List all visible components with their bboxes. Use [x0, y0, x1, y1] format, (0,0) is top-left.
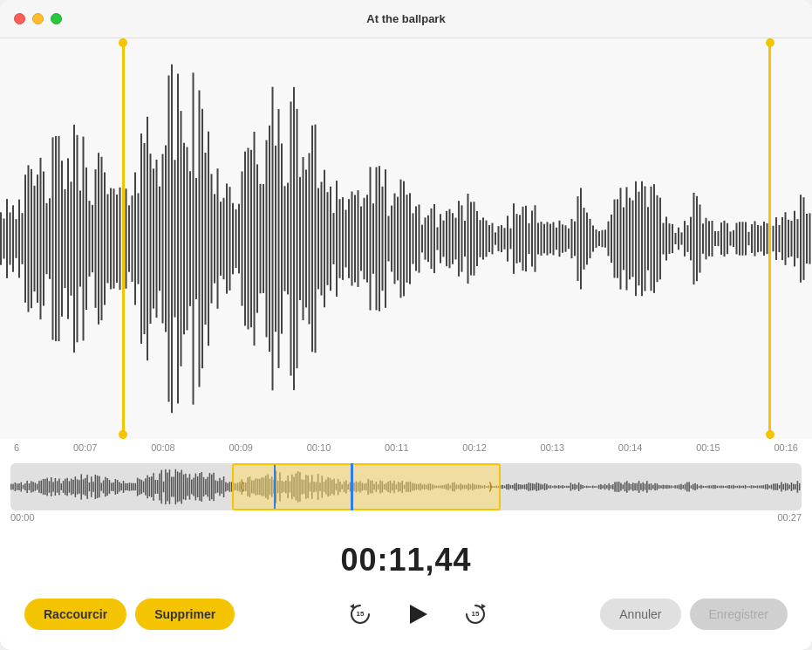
mini-waveform-container: ⟨ ⟩ 00:00 00:27: [0, 456, 812, 528]
save-button: Enregistrer: [690, 599, 788, 630]
timeline-label: 00:11: [385, 442, 409, 453]
main-content: 6 00:07 00:08 00:09 00:10 00:11 00:12 00…: [0, 38, 812, 650]
window-title: At the ballpark: [366, 12, 445, 25]
svg-text:15: 15: [471, 610, 479, 618]
mini-playhead-abs: [351, 463, 353, 510]
timeline-label: 00:10: [307, 442, 331, 453]
timeline-label: 00:16: [774, 442, 798, 453]
delete-button[interactable]: Supprimer: [135, 599, 235, 630]
main-waveform: [0, 38, 812, 439]
app-window: At the ballpark: [0, 0, 812, 650]
controls-bar: Raccourcir Supprimer 15: [0, 585, 812, 650]
controls-right: Annuler Enregistrer: [600, 599, 788, 630]
controls-left: Raccourcir Supprimer: [24, 599, 235, 630]
cancel-button[interactable]: Annuler: [600, 599, 680, 630]
mini-right-handle[interactable]: ⟩: [481, 465, 499, 509]
rewind-icon: 15: [347, 601, 373, 627]
mini-timeline-end: 00:27: [777, 512, 802, 523]
right-handle-bottom-dot: [766, 430, 774, 439]
play-button[interactable]: [399, 596, 436, 633]
timeline-label: 00:15: [696, 442, 720, 453]
mini-playhead: [274, 465, 276, 509]
maximize-button[interactable]: [51, 13, 62, 24]
mini-timeline-start: 00:00: [10, 512, 35, 523]
main-timeline: 6 00:07 00:08 00:09 00:10 00:11 00:12 00…: [0, 439, 812, 456]
timeline-label: 00:14: [618, 442, 643, 453]
minimize-button[interactable]: [32, 13, 44, 24]
left-trim-handle[interactable]: [122, 38, 125, 439]
dim-left: [0, 38, 122, 439]
timeline-label: 00:12: [462, 442, 487, 453]
titlebar: At the ballpark: [0, 0, 812, 38]
close-button[interactable]: [14, 13, 25, 24]
left-handle-bottom-dot: [119, 430, 127, 439]
svg-text:15: 15: [356, 610, 364, 618]
trim-button[interactable]: Raccourcir: [24, 599, 126, 630]
timeline-label: 00:08: [151, 442, 175, 453]
timeline-label: 00:09: [229, 442, 253, 453]
play-icon: [410, 605, 427, 624]
svg-marker-2: [350, 604, 354, 609]
left-handle-top-dot: [119, 38, 127, 47]
mini-timeline: 00:00 00:27: [10, 510, 802, 524]
timeline-label: 00:13: [541, 442, 565, 453]
mini-selection[interactable]: ⟨ ⟩: [232, 463, 501, 510]
right-handle-top-dot: [766, 38, 774, 47]
rewind-button[interactable]: 15: [342, 596, 379, 633]
forward-icon: 15: [462, 601, 488, 627]
svg-marker-4: [481, 604, 486, 609]
main-waveform-area[interactable]: [0, 38, 812, 439]
mini-left-handle[interactable]: ⟨: [234, 465, 251, 509]
controls-center: 15 15: [342, 596, 494, 633]
forward-button[interactable]: 15: [457, 596, 494, 633]
right-trim-handle[interactable]: [768, 38, 771, 439]
timeline-label: 00:07: [73, 442, 98, 453]
mini-waveform-wrapper[interactable]: ⟨ ⟩: [10, 463, 802, 510]
traffic-lights: [14, 13, 62, 24]
selection-overlay: [122, 38, 772, 439]
time-display: 00:11,44: [0, 528, 812, 585]
timeline-label: 6: [14, 442, 19, 453]
